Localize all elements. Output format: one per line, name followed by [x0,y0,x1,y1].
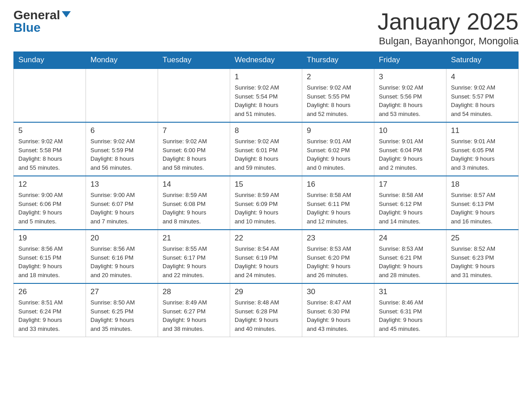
title-section: January 2025 Bulgan, Bayanhongor, Mongol… [378,9,519,47]
month-title: January 2025 [378,9,519,34]
day-number: 31 [379,287,442,296]
table-row: 16Sunrise: 8:58 AM Sunset: 6:11 PM Dayli… [302,176,374,230]
day-number: 18 [451,180,514,189]
table-row: 1Sunrise: 9:02 AM Sunset: 5:54 PM Daylig… [230,68,302,122]
table-row: 17Sunrise: 8:58 AM Sunset: 6:12 PM Dayli… [374,176,446,230]
table-row: 14Sunrise: 8:59 AM Sunset: 6:08 PM Dayli… [158,176,230,230]
table-row: 2Sunrise: 9:02 AM Sunset: 5:55 PM Daylig… [302,68,374,122]
table-row: 20Sunrise: 8:56 AM Sunset: 6:16 PM Dayli… [86,230,158,283]
col-tuesday: Tuesday [158,52,230,69]
day-info: Sunrise: 8:48 AM Sunset: 6:28 PM Dayligh… [235,298,297,333]
day-number: 10 [379,126,442,135]
day-info: Sunrise: 8:49 AM Sunset: 6:27 PM Dayligh… [163,298,225,333]
day-number: 2 [307,73,369,81]
day-info: Sunrise: 9:02 AM Sunset: 5:58 PM Dayligh… [18,137,81,172]
day-number: 27 [90,287,153,296]
table-row: 21Sunrise: 8:55 AM Sunset: 6:17 PM Dayli… [158,230,230,283]
day-number: 26 [18,287,81,296]
day-info: Sunrise: 9:01 AM Sunset: 6:04 PM Dayligh… [379,137,442,172]
calendar-header-row: Sunday Monday Tuesday Wednesday Thursday… [14,52,519,69]
day-info: Sunrise: 9:02 AM Sunset: 5:55 PM Dayligh… [307,83,369,118]
table-row [446,283,519,337]
table-row: 12Sunrise: 9:00 AM Sunset: 6:06 PM Dayli… [14,176,86,230]
day-number: 23 [307,234,369,243]
day-info: Sunrise: 8:53 AM Sunset: 6:21 PM Dayligh… [379,244,442,279]
day-info: Sunrise: 9:01 AM Sunset: 6:02 PM Dayligh… [307,137,369,172]
day-info: Sunrise: 9:00 AM Sunset: 6:07 PM Dayligh… [90,191,153,226]
day-number: 21 [163,234,225,243]
table-row: 10Sunrise: 9:01 AM Sunset: 6:04 PM Dayli… [374,122,446,176]
day-number: 12 [18,180,81,189]
day-number: 24 [379,234,442,243]
table-row: 18Sunrise: 8:57 AM Sunset: 6:13 PM Dayli… [446,176,519,230]
day-info: Sunrise: 8:52 AM Sunset: 6:23 PM Dayligh… [451,244,514,279]
table-row: 28Sunrise: 8:49 AM Sunset: 6:27 PM Dayli… [158,283,230,337]
day-number: 1 [235,73,297,81]
day-number: 19 [18,234,81,243]
day-info: Sunrise: 8:47 AM Sunset: 6:30 PM Dayligh… [307,298,369,333]
table-row: 26Sunrise: 8:51 AM Sunset: 6:24 PM Dayli… [14,283,86,337]
day-info: Sunrise: 8:56 AM Sunset: 6:16 PM Dayligh… [90,244,153,279]
col-thursday: Thursday [302,52,374,69]
table-row [158,68,230,122]
col-saturday: Saturday [446,52,519,69]
calendar-week-row: 5Sunrise: 9:02 AM Sunset: 5:58 PM Daylig… [14,122,519,176]
table-row: 3Sunrise: 9:02 AM Sunset: 5:56 PM Daylig… [374,68,446,122]
day-info: Sunrise: 8:56 AM Sunset: 6:15 PM Dayligh… [18,244,81,279]
calendar-week-row: 19Sunrise: 8:56 AM Sunset: 6:15 PM Dayli… [14,230,519,283]
day-number: 8 [235,126,297,135]
day-info: Sunrise: 8:54 AM Sunset: 6:19 PM Dayligh… [235,244,297,279]
table-row: 25Sunrise: 8:52 AM Sunset: 6:23 PM Dayli… [446,230,519,283]
day-info: Sunrise: 8:58 AM Sunset: 6:11 PM Dayligh… [307,191,369,226]
day-info: Sunrise: 9:00 AM Sunset: 6:06 PM Dayligh… [18,191,81,226]
table-row [86,68,158,122]
day-number: 5 [18,126,81,135]
table-row: 27Sunrise: 8:50 AM Sunset: 6:25 PM Dayli… [86,283,158,337]
calendar-week-row: 1Sunrise: 9:02 AM Sunset: 5:54 PM Daylig… [14,68,519,122]
table-row: 11Sunrise: 9:01 AM Sunset: 6:05 PM Dayli… [446,122,519,176]
table-row: 13Sunrise: 9:00 AM Sunset: 6:07 PM Dayli… [86,176,158,230]
table-row: 22Sunrise: 8:54 AM Sunset: 6:19 PM Dayli… [230,230,302,283]
day-info: Sunrise: 8:59 AM Sunset: 6:09 PM Dayligh… [235,191,297,226]
logo-blue-text: Blue [13,21,71,34]
day-info: Sunrise: 9:02 AM Sunset: 6:01 PM Dayligh… [235,137,297,172]
day-number: 9 [307,126,369,135]
day-info: Sunrise: 8:57 AM Sunset: 6:13 PM Dayligh… [451,191,514,226]
day-number: 16 [307,180,369,189]
table-row: 4Sunrise: 9:02 AM Sunset: 5:57 PM Daylig… [446,68,519,122]
day-number: 7 [163,126,225,135]
table-row: 9Sunrise: 9:01 AM Sunset: 6:02 PM Daylig… [302,122,374,176]
table-row: 6Sunrise: 9:02 AM Sunset: 5:59 PM Daylig… [86,122,158,176]
col-wednesday: Wednesday [230,52,302,69]
calendar-week-row: 12Sunrise: 9:00 AM Sunset: 6:06 PM Dayli… [14,176,519,230]
day-info: Sunrise: 9:01 AM Sunset: 6:05 PM Dayligh… [451,137,514,172]
day-number: 20 [90,234,153,243]
col-friday: Friday [374,52,446,69]
logo-general-text: General [13,9,60,21]
logo-triangle-icon [62,11,71,17]
day-info: Sunrise: 8:46 AM Sunset: 6:31 PM Dayligh… [379,298,442,333]
col-monday: Monday [86,52,158,69]
day-info: Sunrise: 8:58 AM Sunset: 6:12 PM Dayligh… [379,191,442,226]
calendar-week-row: 26Sunrise: 8:51 AM Sunset: 6:24 PM Dayli… [14,283,519,337]
table-row: 7Sunrise: 9:02 AM Sunset: 6:00 PM Daylig… [158,122,230,176]
day-info: Sunrise: 8:59 AM Sunset: 6:08 PM Dayligh… [163,191,225,226]
day-info: Sunrise: 9:02 AM Sunset: 5:56 PM Dayligh… [379,83,442,118]
day-info: Sunrise: 8:53 AM Sunset: 6:20 PM Dayligh… [307,244,369,279]
page-header: General Blue January 2025 Bulgan, Bayanh… [13,9,519,47]
day-number: 28 [163,287,225,296]
day-info: Sunrise: 8:51 AM Sunset: 6:24 PM Dayligh… [18,298,81,333]
col-sunday: Sunday [14,52,86,69]
day-number: 25 [451,234,514,243]
day-number: 30 [307,287,369,296]
table-row: 15Sunrise: 8:59 AM Sunset: 6:09 PM Dayli… [230,176,302,230]
table-row: 8Sunrise: 9:02 AM Sunset: 6:01 PM Daylig… [230,122,302,176]
day-info: Sunrise: 9:02 AM Sunset: 5:59 PM Dayligh… [90,137,153,172]
table-row: 30Sunrise: 8:47 AM Sunset: 6:30 PM Dayli… [302,283,374,337]
day-number: 11 [451,126,514,135]
day-number: 14 [163,180,225,189]
table-row: 19Sunrise: 8:56 AM Sunset: 6:15 PM Dayli… [14,230,86,283]
day-number: 17 [379,180,442,189]
table-row: 29Sunrise: 8:48 AM Sunset: 6:28 PM Dayli… [230,283,302,337]
table-row: 5Sunrise: 9:02 AM Sunset: 5:58 PM Daylig… [14,122,86,176]
